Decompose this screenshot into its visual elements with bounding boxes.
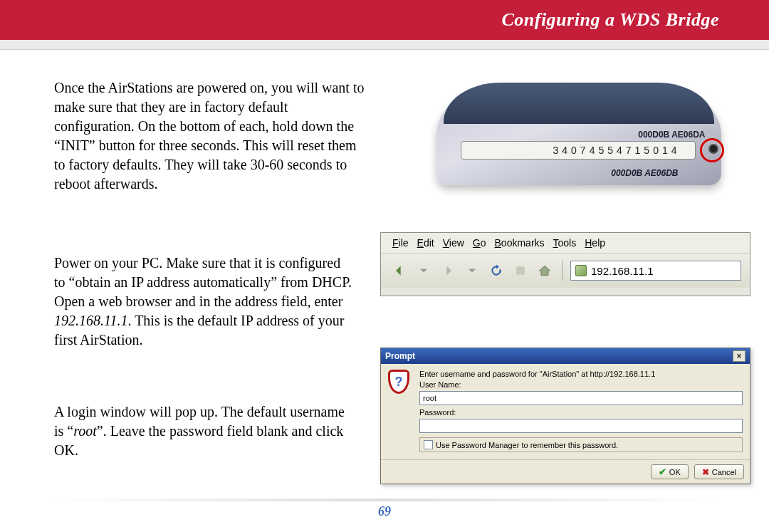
footer-rule: [50, 499, 719, 501]
menu-view[interactable]: View: [443, 237, 464, 249]
dialog-titlebar: Prompt ×: [381, 348, 750, 364]
back-button[interactable]: [389, 261, 409, 281]
question-icon: ?: [388, 370, 412, 394]
toolbar-divider: [562, 261, 563, 281]
device-mac-bottom: 000D0B AE06DB: [611, 168, 678, 178]
close-icon: ×: [736, 351, 741, 361]
menu-edit[interactable]: Edit: [417, 237, 434, 249]
device-serial: 34074554715014: [553, 145, 680, 156]
prompt-message: Enter username and password for "AirStat…: [419, 370, 743, 378]
p2-ip: 192.168.11.1: [54, 313, 128, 328]
back-dropdown[interactable]: [414, 261, 434, 281]
menu-tools[interactable]: Tools: [553, 237, 577, 249]
stop-icon: [513, 264, 528, 278]
forward-button[interactable]: [438, 261, 458, 281]
page-icon: [575, 265, 587, 276]
remember-label: Use Password Manager to remember this pa…: [436, 441, 618, 449]
stop-button[interactable]: [511, 261, 530, 281]
device-figure: 000D0B AE06DA 34074554715014 000D0B AE06…: [431, 78, 726, 192]
p3-b: ”. Leave the password field blank and cl…: [54, 423, 343, 458]
address-bar[interactable]: 192.168.11.1: [570, 261, 741, 281]
home-button[interactable]: [535, 261, 555, 281]
menu-bookmarks[interactable]: Bookmarks: [495, 237, 545, 249]
password-input[interactable]: [419, 419, 743, 433]
remember-checkbox[interactable]: [424, 440, 433, 449]
login-prompt-dialog: Prompt × ? Enter username and password f…: [380, 348, 750, 484]
home-icon: [538, 264, 552, 278]
close-button[interactable]: ×: [733, 350, 746, 362]
check-icon: ✔: [659, 466, 666, 477]
x-icon: ✖: [702, 467, 709, 477]
device-mac-top: 000D0B AE06DA: [638, 130, 705, 140]
paragraph-2: Power on your PC. Make sure that it is c…: [54, 254, 353, 350]
username-label: User Name:: [419, 380, 743, 389]
reload-button[interactable]: [486, 261, 506, 281]
menu-help[interactable]: Help: [585, 237, 605, 249]
menu-file[interactable]: File: [392, 237, 409, 249]
cancel-button[interactable]: ✖ Cancel: [694, 464, 744, 479]
dialog-body: ? Enter username and password for "AirSt…: [381, 364, 750, 459]
svg-rect-0: [516, 266, 525, 275]
paragraph-1: Once the AirStations are powered on, you…: [54, 78, 367, 194]
sub-band: [0, 40, 769, 50]
p3-root: root: [73, 423, 97, 439]
dialog-title: Prompt: [385, 351, 415, 361]
header-band: Configuring a WDS Bridge: [0, 0, 769, 40]
arrow-left-icon: [392, 264, 407, 278]
page-title: Configuring a WDS Bridge: [501, 9, 719, 31]
device-top: [444, 83, 714, 124]
arrow-right-icon: [441, 264, 455, 278]
ok-button[interactable]: ✔ OK: [651, 464, 689, 479]
chevron-down-icon: [417, 264, 431, 278]
password-label: Password:: [419, 408, 743, 417]
remember-row[interactable]: Use Password Manager to remember this pa…: [419, 437, 743, 452]
paragraph-3: A login window will pop up. The default …: [54, 402, 353, 460]
device-body: 000D0B AE06DA 34074554715014 000D0B AE06…: [436, 85, 721, 185]
browser-menubar: File Edit View Go Bookmarks Tools Help: [381, 233, 750, 254]
ok-label: OK: [669, 468, 681, 476]
forward-dropdown[interactable]: [462, 261, 482, 281]
page-number: 69: [50, 504, 719, 519]
device-sticker: 34074554715014: [461, 141, 696, 160]
init-button-highlight: [700, 138, 724, 162]
dialog-button-row: ✔ OK ✖ Cancel: [381, 459, 750, 484]
device-sticker-fine: [466, 143, 551, 157]
chevron-down-icon: [465, 264, 479, 278]
username-input[interactable]: [419, 391, 743, 405]
browser-figure: File Edit View Go Bookmarks Tools Help: [380, 232, 750, 296]
browser-toolbar: 192.168.11.1: [381, 254, 750, 288]
cancel-label: Cancel: [712, 468, 736, 476]
p2-a: Power on your PC. Make sure that it is c…: [54, 255, 352, 309]
menu-go[interactable]: Go: [473, 237, 486, 249]
reload-icon: [489, 264, 503, 278]
address-text: 192.168.11.1: [591, 265, 654, 277]
footer: 69: [50, 499, 719, 519]
